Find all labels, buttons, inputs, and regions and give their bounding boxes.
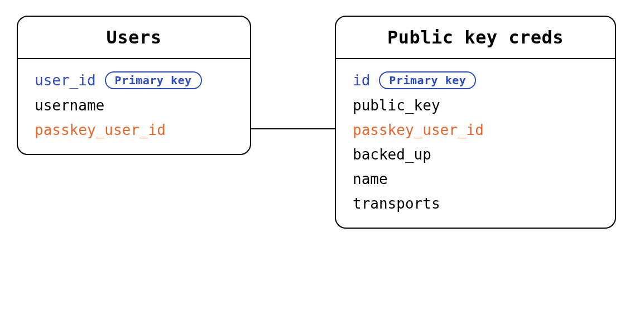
field-name: username — [35, 97, 104, 114]
field-name: name — [353, 171, 388, 187]
relationship-connector — [251, 128, 335, 129]
field-row: passkey_user_id — [35, 122, 233, 138]
field-row: id Primary key — [353, 71, 598, 89]
field-row: user_id Primary key — [35, 71, 233, 89]
field-row: name — [353, 171, 598, 187]
field-row: username — [35, 97, 233, 114]
entity-title: Users — [29, 27, 239, 48]
entity-title: Public key creds — [347, 27, 604, 48]
entity-fields: user_id Primary key username passkey_use… — [18, 59, 250, 154]
field-name: user_id — [35, 72, 96, 89]
entity-public-key-creds: Public key creds id Primary key public_k… — [335, 16, 616, 229]
field-name: passkey_user_id — [35, 122, 166, 138]
entity-header: Public key creds — [336, 17, 615, 59]
primary-key-badge: Primary key — [105, 71, 202, 89]
entity-header: Users — [18, 17, 250, 59]
primary-key-badge: Primary key — [379, 71, 476, 89]
entity-fields: id Primary key public_key passkey_user_i… — [336, 59, 615, 228]
field-row: public_key — [353, 97, 598, 114]
field-name: passkey_user_id — [353, 122, 484, 138]
field-row: backed_up — [353, 146, 598, 163]
field-row: passkey_user_id — [353, 122, 598, 138]
field-name: backed_up — [353, 146, 431, 163]
field-name: public_key — [353, 97, 440, 114]
entity-users: Users user_id Primary key username passk… — [17, 16, 251, 155]
field-name: id — [353, 72, 370, 89]
field-name: transports — [353, 195, 440, 212]
field-row: transports — [353, 195, 598, 212]
